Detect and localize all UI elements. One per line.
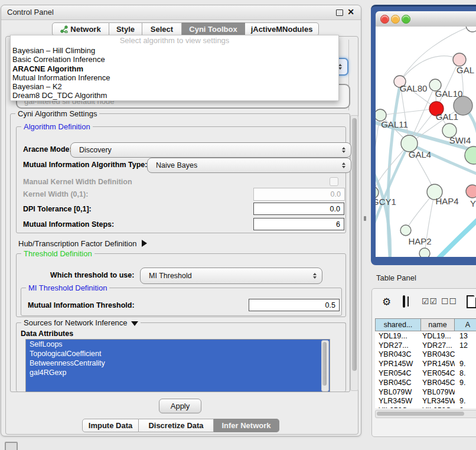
node-bottom[interactable]	[419, 248, 430, 257]
tab-network[interactable]: Network	[52, 22, 109, 36]
mi-threshold-value: 0.5	[325, 301, 335, 309]
dropdown-item[interactable]: Mutual Information Inference	[11, 73, 338, 82]
kernel-width-value: 0.0	[331, 190, 341, 198]
dropdown-item[interactable]: Dream8 DC_TDC Algorithm	[11, 91, 338, 100]
document-icon[interactable]	[467, 295, 476, 308]
spinner-icon	[342, 147, 345, 153]
dropdown-item[interactable]: Bayesian – Hill Climbing	[11, 46, 338, 55]
gear-icon[interactable]: ⚙	[382, 296, 391, 308]
network-canvas[interactable]: GAL GAL80 GAL10 GAL11 GAL1 SWI4 GAL4 GCY…	[376, 27, 476, 257]
cell: YPR145W	[375, 360, 421, 368]
splitter-handle[interactable]	[364, 216, 366, 221]
tab-style[interactable]: Style	[109, 22, 142, 36]
tab-select[interactable]: Select	[142, 22, 182, 36]
apply-button[interactable]: Apply	[159, 399, 201, 413]
screen: Control Panel ✕ Network Style Select Cyn…	[0, 0, 476, 450]
node-label: GAL11	[381, 119, 408, 129]
table-header: shared... name A	[375, 318, 476, 331]
tab-jactivemnodules[interactable]: jActiveMNodules	[245, 22, 319, 36]
list-item[interactable]: TopologicalCoefficient	[26, 349, 330, 358]
node-pink-right[interactable]	[466, 185, 476, 198]
tab-cyni-toolbox[interactable]: Cyni Toolbox	[182, 22, 245, 36]
mi-type-combo[interactable]: Naive Bayes	[147, 158, 351, 173]
threshold-definition-title: Threshold Definition	[21, 249, 94, 258]
node-label: GAL10	[435, 89, 463, 99]
network-icon	[60, 25, 68, 33]
kernel-width-field[interactable]: 0.0	[253, 188, 345, 201]
dropdown-item[interactable]: Bayesian – K2	[11, 82, 338, 91]
cell: 9.	[455, 406, 465, 408]
which-threshold-combo[interactable]: MI Threshold	[140, 268, 322, 284]
mi-steps-label: Mutual Information Steps:	[23, 218, 114, 231]
table-row[interactable]: YBR043CYBR043C	[375, 350, 476, 360]
settings-scrollbar-thumb[interactable]	[352, 118, 357, 371]
hub-section[interactable]: Hub/Transcription Factor Definition	[18, 237, 147, 250]
dropdown-item-selected[interactable]: ARACNE Algorithm	[11, 64, 338, 73]
columns-icon[interactable]	[403, 295, 405, 308]
mi-steps-field[interactable]: 6	[253, 218, 344, 230]
mi-threshold-group-title: MI Threshold Definition	[26, 283, 109, 292]
table-row[interactable]: YLR345WYLR345W9.	[375, 397, 476, 406]
node-label: GAL80	[400, 83, 428, 93]
table-row[interactable]: YIL052CYIL052C9.	[375, 406, 476, 408]
clear-all-checks-icon[interactable]: ☐☐	[441, 296, 457, 306]
list-scrollbar[interactable]	[321, 340, 329, 392]
node-hap2[interactable]	[400, 225, 411, 236]
aracne-mode-value: Discovery	[79, 146, 112, 154]
network-window-titlebar[interactable]	[376, 11, 476, 27]
manual-kernel-checkbox[interactable]	[330, 177, 338, 186]
control-panel-titlebar[interactable]: Control Panel ✕	[1, 5, 361, 20]
table-row[interactable]: YBR045CYBR045C9.	[375, 378, 476, 387]
mi-threshold-field[interactable]: 0.5	[249, 299, 340, 311]
dropdown-item[interactable]: Basic Correlation Inference	[11, 55, 338, 64]
close-traffic-light-icon[interactable]	[380, 15, 389, 24]
table-panel-title: Table Panel	[376, 273, 416, 282]
node-label: GCY1	[376, 197, 396, 207]
close-icon[interactable]: ✕	[347, 7, 354, 17]
cell: YIL052C	[375, 406, 421, 408]
column-header-shared[interactable]: shared...	[375, 318, 421, 331]
zoom-traffic-light-icon[interactable]	[402, 15, 410, 24]
settings-scrollbar[interactable]	[350, 115, 358, 391]
minimize-traffic-light-icon[interactable]	[391, 15, 400, 24]
table-row[interactable]: YDL19...YDL19...13	[375, 331, 476, 341]
spinner-icon	[313, 273, 317, 279]
settings-group-title: Cyni Algorithm Settings	[15, 109, 99, 118]
aracne-mode-combo[interactable]: Discovery	[70, 142, 351, 158]
expand-right-icon[interactable]	[142, 240, 147, 247]
table-body[interactable]: YDL19...YDL19...13 YDR27...YDR27...12 YB…	[375, 331, 476, 408]
node-label: GAL	[457, 65, 474, 75]
cell: YBR043C	[421, 350, 455, 358]
table-hscrollbar-thumb[interactable]	[377, 412, 464, 416]
table-row[interactable]: YDR27...YDR27...12	[375, 341, 476, 350]
list-item[interactable]: BetweennessCentrality	[26, 358, 330, 368]
list-scrollbar-thumb[interactable]	[322, 342, 327, 386]
float-window-icon[interactable]	[336, 9, 343, 16]
table-hscrollbar[interactable]	[375, 410, 476, 418]
hub-section-label: Hub/Transcription Factor Definition	[18, 239, 136, 248]
node-gal-top[interactable]	[453, 53, 466, 66]
node-label: Y	[470, 198, 476, 208]
minimized-panel-icon[interactable]	[5, 442, 18, 450]
list-item[interactable]: SelfLoops	[26, 340, 330, 349]
table-row[interactable]: YBL079WYBL079W	[375, 387, 476, 397]
data-attributes-list[interactable]: SelfLoops TopologicalCoefficient Between…	[25, 339, 330, 392]
select-all-checks-icon[interactable]: ☑☑	[422, 296, 438, 306]
cell: 13	[455, 332, 468, 340]
list-item[interactable]: gal4RGexp	[26, 368, 330, 377]
column-header-next[interactable]: A	[455, 318, 476, 331]
table-row[interactable]: YER054CYER054C8.	[375, 369, 476, 378]
tab-impute-data[interactable]: Impute Data	[82, 419, 139, 432]
cell: YER054C	[375, 369, 421, 377]
tab-infer-network-label: Infer Network	[221, 421, 270, 430]
node-top[interactable]	[466, 27, 476, 32]
tab-infer-network[interactable]: Infer Network	[214, 419, 279, 432]
focused-combo-fragment[interactable]	[338, 58, 348, 76]
dpi-tolerance-field[interactable]: 0.0	[253, 203, 344, 215]
column-header-name[interactable]: name	[421, 318, 455, 331]
cell: 9.	[455, 397, 465, 405]
mi-steps-value: 6	[336, 220, 340, 229]
collapse-down-icon[interactable]	[131, 321, 138, 326]
tab-discretize-data[interactable]: Discretize Data	[139, 419, 214, 432]
table-row[interactable]: YPR145WYPR145W9.	[375, 359, 476, 369]
